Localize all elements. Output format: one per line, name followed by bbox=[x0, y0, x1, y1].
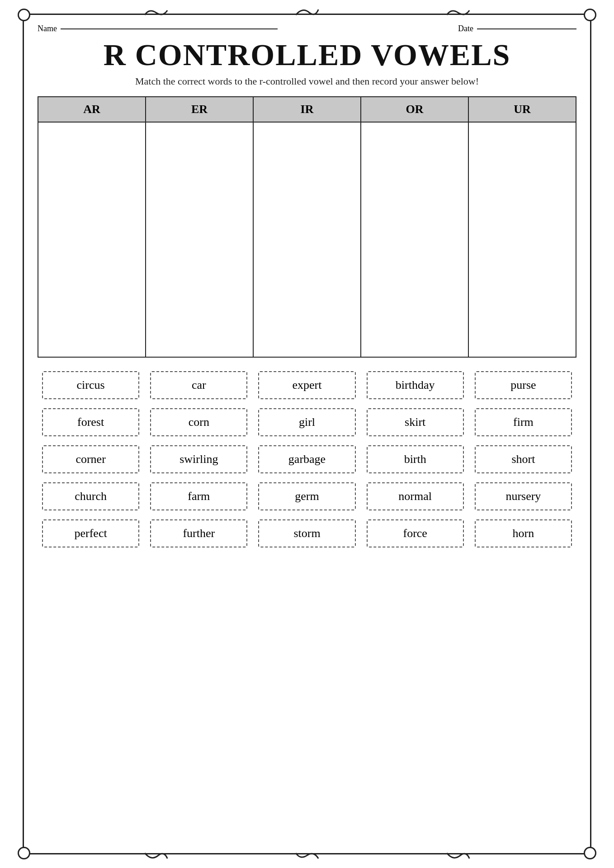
page-title: R CONTROLLED VOWELS bbox=[38, 37, 576, 73]
word-card[interactable]: skirt bbox=[367, 408, 464, 436]
squiggle-bottom-2 bbox=[293, 849, 321, 862]
page: Name Date R CONTROLLED VOWELS Match the … bbox=[0, 0, 614, 868]
cell-er bbox=[146, 122, 253, 357]
bottom-squiggles bbox=[80, 849, 534, 862]
word-card[interactable]: nursery bbox=[475, 482, 572, 510]
corner-tr bbox=[584, 9, 596, 21]
words-grid: circuscarexpertbirthdaypurseforestcorngi… bbox=[38, 371, 576, 547]
word-card[interactable]: force bbox=[367, 519, 464, 547]
word-card[interactable]: car bbox=[150, 371, 247, 399]
word-card[interactable]: short bbox=[475, 445, 572, 473]
word-card[interactable]: farm bbox=[150, 482, 247, 510]
outer-border: Name Date R CONTROLLED VOWELS Match the … bbox=[23, 14, 591, 854]
word-card[interactable]: purse bbox=[475, 371, 572, 399]
corner-br bbox=[584, 847, 596, 859]
top-squiggles bbox=[80, 6, 534, 19]
cell-ar bbox=[38, 122, 146, 357]
word-card[interactable]: horn bbox=[475, 519, 572, 547]
name-blank bbox=[61, 28, 278, 29]
col-or: OR bbox=[361, 97, 468, 122]
word-card[interactable]: birthday bbox=[367, 371, 464, 399]
word-card[interactable]: swirling bbox=[150, 445, 247, 473]
word-card[interactable]: normal bbox=[367, 482, 464, 510]
words-section: circuscarexpertbirthdaypurseforestcorngi… bbox=[38, 371, 576, 547]
word-card[interactable]: firm bbox=[475, 408, 572, 436]
word-card[interactable]: church bbox=[42, 482, 139, 510]
cell-ur bbox=[468, 122, 576, 357]
word-card[interactable]: girl bbox=[258, 408, 355, 436]
cell-ir bbox=[253, 122, 361, 357]
col-ir: IR bbox=[253, 97, 361, 122]
word-card[interactable]: further bbox=[150, 519, 247, 547]
squiggle-top-3 bbox=[444, 6, 472, 19]
word-card[interactable]: corner bbox=[42, 445, 139, 473]
word-card[interactable]: garbage bbox=[258, 445, 355, 473]
date-label: Date bbox=[458, 24, 473, 33]
col-ur: UR bbox=[468, 97, 576, 122]
word-card[interactable]: forest bbox=[42, 408, 139, 436]
word-card[interactable]: birth bbox=[367, 445, 464, 473]
vowel-table: AR ER IR OR UR bbox=[38, 96, 576, 358]
word-card[interactable]: germ bbox=[258, 482, 355, 510]
word-card[interactable]: expert bbox=[258, 371, 355, 399]
squiggle-top-1 bbox=[142, 6, 170, 19]
header-row: Name Date bbox=[38, 24, 576, 33]
squiggle-bottom-1 bbox=[142, 849, 170, 862]
corner-bl bbox=[18, 847, 30, 859]
col-er: ER bbox=[146, 97, 253, 122]
col-ar: AR bbox=[38, 97, 146, 122]
date-blank bbox=[477, 28, 576, 29]
table-body-row bbox=[38, 122, 576, 357]
word-card[interactable]: perfect bbox=[42, 519, 139, 547]
corner-tl bbox=[18, 9, 30, 21]
name-line: Name bbox=[38, 24, 278, 33]
table-header-row: AR ER IR OR UR bbox=[38, 97, 576, 122]
word-card[interactable]: corn bbox=[150, 408, 247, 436]
name-label: Name bbox=[38, 24, 57, 33]
cell-or bbox=[361, 122, 468, 357]
squiggle-bottom-3 bbox=[444, 849, 472, 862]
date-line: Date bbox=[458, 24, 576, 33]
word-card[interactable]: storm bbox=[258, 519, 355, 547]
word-card[interactable]: circus bbox=[42, 371, 139, 399]
page-subtitle: Match the correct words to the r-control… bbox=[38, 75, 576, 87]
squiggle-top-2 bbox=[293, 6, 321, 19]
